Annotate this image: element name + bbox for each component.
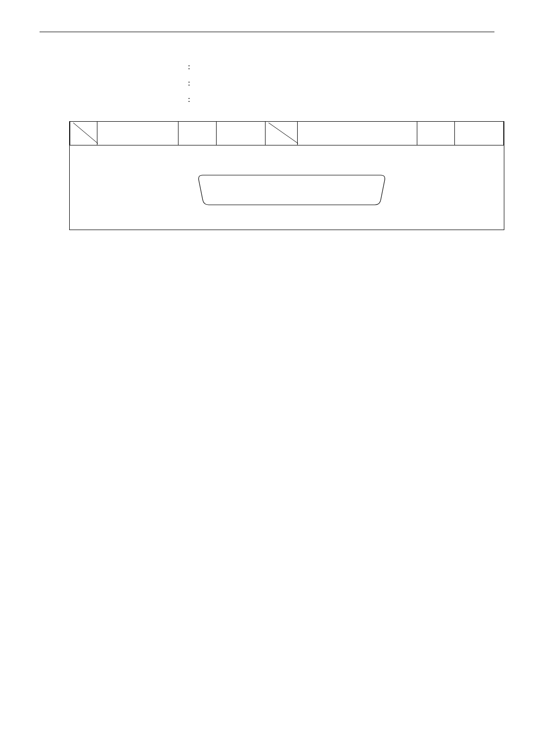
spec-control-signals: :	[87, 76, 494, 90]
colon-icon: :	[188, 60, 194, 73]
th-esc2	[455, 122, 504, 145]
pin-table-wrap	[69, 121, 504, 230]
spec-label	[87, 93, 188, 106]
page-header	[40, 30, 494, 32]
th-no	[70, 122, 97, 145]
th-star2	[417, 122, 455, 145]
spec-value	[194, 93, 494, 106]
colon-icon: :	[188, 76, 194, 90]
spec-value	[194, 76, 494, 90]
table-header-row	[70, 122, 504, 145]
colon-icon: :	[188, 93, 194, 106]
connector-icon	[148, 160, 425, 215]
spec-list: : : :	[87, 60, 494, 109]
th-no2	[265, 122, 298, 145]
th-cbm	[97, 122, 178, 145]
svg-line-1	[268, 123, 298, 143]
spec-applicable-connectors: :	[87, 93, 494, 106]
svg-line-0	[73, 123, 98, 143]
pin-configuration-table	[70, 122, 504, 145]
spec-data-input: :	[87, 60, 494, 73]
spec-label	[87, 60, 188, 73]
th-cbm2	[298, 122, 417, 145]
spec-value	[194, 60, 494, 73]
connector-diagram	[70, 145, 504, 230]
th-star	[178, 122, 217, 145]
spec-label	[87, 76, 188, 90]
th-esc	[216, 122, 265, 145]
